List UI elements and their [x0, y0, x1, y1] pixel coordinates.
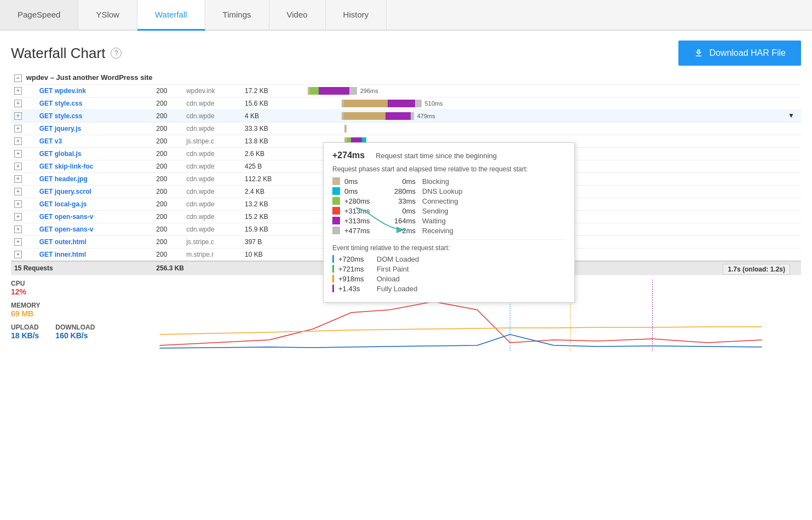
- row-size-4: 13.8 KB: [241, 135, 300, 147]
- row-expand-4[interactable]: +: [14, 137, 22, 145]
- row-expand-13[interactable]: +: [14, 251, 22, 258]
- bar-label-1: 510ms: [425, 100, 443, 107]
- row-size-10: 15.2 KB: [241, 210, 300, 223]
- table-row[interactable]: + GET jquery.js 200 cdn.wpde 33.3 KB: [11, 122, 801, 135]
- phase-start-2: +280ms: [344, 197, 383, 205]
- event-name-3: Fully Loaded: [377, 285, 417, 293]
- tooltip-overlay: +274ms Request start time since the begi…: [323, 142, 575, 303]
- row-status-12: 200: [153, 235, 183, 248]
- phase-elapsed-5: 2ms: [383, 227, 416, 235]
- phase-name-4: Waiting: [422, 217, 446, 225]
- memory-chart-line: [160, 327, 762, 334]
- tab-timings[interactable]: Timings: [205, 0, 269, 30]
- download-value: 160 KB/s: [55, 331, 95, 340]
- bar-cell-2: 479ms ▼: [300, 109, 801, 122]
- row-status-6: 200: [153, 160, 183, 172]
- help-icon[interactable]: ?: [111, 48, 122, 59]
- event-name-2: Onload: [377, 275, 400, 283]
- row-size-1: 15.6 KB: [241, 97, 300, 109]
- tooltip-time: +274ms: [332, 151, 365, 160]
- row-domain-1: cdn.wpde: [183, 97, 241, 109]
- row-status-10: 200: [153, 210, 183, 223]
- table-row[interactable]: + GET wpdev.ink 200 wpdev.ink 17.2 KB 29…: [11, 84, 801, 97]
- event-name-0: DOM Loaded: [377, 255, 419, 263]
- row-size-6: 425 B: [241, 160, 300, 172]
- group-header-row: − wpdev – Just another WordPress site: [11, 71, 801, 84]
- tooltip-phase-1: 0ms 280ms DNS Lookup: [332, 187, 566, 195]
- group-expand-icon[interactable]: −: [14, 74, 22, 82]
- summary-requests: 15 Requests: [11, 261, 153, 275]
- row-domain-9: cdn.wpde: [183, 198, 241, 210]
- table-row[interactable]: + GET style.css 200 cdn.wpde 4 KB 479ms …: [11, 109, 801, 122]
- phase-start-0: 0ms: [344, 177, 383, 186]
- phase-color-blocking: [332, 177, 340, 185]
- phase-name-2: Connecting: [422, 197, 458, 205]
- bar-cell-3: [300, 122, 801, 135]
- tooltip-event-1: +721ms First Paint: [332, 265, 566, 273]
- row-expand-0[interactable]: +: [14, 87, 22, 95]
- row-status-13: 200: [153, 248, 183, 261]
- tab-waterfall[interactable]: Waterfall: [137, 0, 205, 31]
- row-expand-10[interactable]: +: [14, 213, 22, 221]
- event-line-loaded: [332, 285, 334, 292]
- phase-start-3: +313ms: [344, 207, 383, 215]
- row-url-2: GET style.css: [36, 109, 153, 122]
- tab-yslow[interactable]: YSlow: [78, 0, 137, 30]
- row-size-11: 15.9 KB: [241, 223, 300, 235]
- tooltip-phases-label: Request phases start and elapsed time re…: [332, 165, 566, 174]
- event-name-1: First Paint: [377, 265, 409, 273]
- bar-cell-0: 296ms: [300, 84, 801, 97]
- row-status-11: 200: [153, 223, 183, 235]
- row-expand-3[interactable]: +: [14, 125, 22, 132]
- row-expand-5[interactable]: +: [14, 150, 22, 158]
- phase-elapsed-0: 0ms: [383, 177, 416, 186]
- tab-pagespeed[interactable]: PageSpeed: [0, 0, 78, 30]
- tooltip-events-label: Event timing relative to the request sta…: [332, 244, 566, 252]
- row-size-9: 13.2 KB: [241, 198, 300, 210]
- cpu-value: 12%: [11, 287, 120, 296]
- table-row[interactable]: + GET style.css 200 cdn.wpde 15.6 KB 510…: [11, 97, 801, 109]
- row-expand-1[interactable]: +: [14, 100, 22, 107]
- row-url-13: GET inner.html: [36, 248, 153, 261]
- connect-bar-0: [310, 87, 319, 95]
- row-status-4: 200: [153, 135, 183, 147]
- upload-label: UPLOAD: [11, 323, 39, 331]
- row-expand-12[interactable]: +: [14, 238, 22, 246]
- tab-video[interactable]: Video: [269, 0, 326, 30]
- phase-start-5: +477ms: [344, 227, 383, 235]
- row-url-3: GET jquery.js: [36, 122, 153, 135]
- phase-name-1: DNS Lookup: [422, 187, 463, 195]
- row-expand-6[interactable]: +: [14, 163, 22, 170]
- row-expand-7[interactable]: +: [14, 175, 22, 183]
- event-line-dom: [332, 255, 334, 263]
- dropdown-arrow-2[interactable]: ▼: [788, 112, 794, 119]
- phase-start-4: +313ms: [344, 217, 383, 225]
- tooltip-phase-2: +280ms 33ms Connecting: [332, 197, 566, 205]
- row-expand-8[interactable]: +: [14, 188, 22, 195]
- row-expand-2[interactable]: +: [14, 112, 22, 120]
- phase-color-waiting: [332, 217, 340, 224]
- download-stat: DOWNLOAD 160 KB/s: [55, 323, 95, 340]
- row-status-1: 200: [153, 97, 183, 109]
- phase-elapsed-1: 280ms: [383, 187, 416, 195]
- row-expand-9[interactable]: +: [14, 200, 22, 208]
- row-url-7: GET header.jpg: [36, 172, 153, 185]
- row-domain-3: cdn.wpde: [183, 122, 241, 135]
- event-time-1: +721ms: [338, 265, 377, 273]
- tooltip-phase-0: 0ms 0ms Blocking: [332, 177, 566, 186]
- event-time-2: +918ms: [338, 275, 377, 283]
- download-har-button[interactable]: Download HAR File: [678, 41, 801, 66]
- wait-bar-0: [319, 87, 349, 95]
- row-status-9: 200: [153, 198, 183, 210]
- tab-history[interactable]: History: [326, 0, 387, 30]
- tooltip-divider: [332, 239, 566, 240]
- row-expand-11[interactable]: +: [14, 226, 22, 233]
- tooltip-event-2: +918ms Onload: [332, 275, 566, 283]
- row-domain-0: wpdev.ink: [183, 84, 241, 97]
- upload-value: 18 KB/s: [11, 331, 39, 340]
- row-domain-13: m.stripe.r: [183, 248, 241, 261]
- download-btn-label: Download HAR File: [709, 48, 786, 58]
- row-domain-8: cdn.wpde: [183, 185, 241, 198]
- event-time-3: +1.43s: [338, 285, 377, 293]
- row-url-10: GET open-sans-v: [36, 210, 153, 223]
